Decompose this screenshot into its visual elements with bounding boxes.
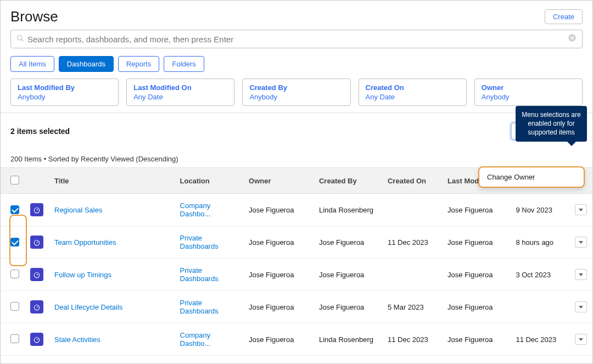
row-title[interactable]: Stale Activities [54,335,100,344]
row-checkbox[interactable] [10,334,19,343]
row-menu-button[interactable] [575,204,587,215]
row-last-modified-by: Jose Figueroa [442,323,510,356]
svg-line-12 [37,339,38,340]
row-checkbox[interactable] [10,270,19,278]
chevron-down-icon [579,306,583,309]
row-owner: Jose Figueroa [243,291,314,323]
filter-label: Last Modified By [18,83,111,92]
search-wrap [10,30,583,48]
search-row [1,30,592,56]
row-menu-button[interactable] [575,269,587,280]
row-owner: Jose Figueroa [243,194,314,226]
filter-label: Last Modified On [133,83,227,92]
svg-line-10 [37,306,38,307]
selection-bar: 2 items selected Manage items [1,113,592,147]
row-title[interactable]: Follow up Timings [54,271,111,279]
filter-value: Anybody [249,93,343,101]
table-row: Stale ActivitiesCompany Dashbo...Jose Fi… [1,323,592,356]
row-menu-button[interactable] [575,334,587,345]
filter-owner[interactable]: OwnerAnybody [474,79,583,106]
col-location[interactable]: Location [175,168,243,194]
header-row: Browse Create [1,1,592,30]
filter-created-by[interactable]: Created ByAnybody [242,79,350,106]
select-all-header [1,168,25,194]
filter-last-modified-by[interactable]: Last Modified ByAnybody [10,79,119,106]
row-last-modified-on [510,291,569,323]
items-table: Title Location Owner Created By Created … [1,167,592,356]
row-created-on: 11 Dec 2023 [382,323,442,356]
row-menu-button[interactable] [575,301,587,312]
filter-label: Created By [249,83,343,92]
change-owner-item[interactable]: Change Owner [487,173,576,181]
row-location[interactable]: Private Dashboards [180,299,219,315]
pill-all-items[interactable]: All Items [10,56,54,72]
row-last-modified-on: 9 Nov 2023 [510,194,569,226]
page-title: Browse [10,8,58,25]
table-row: Deal Lifecycle DetailsPrivate Dashboards… [1,291,592,323]
col-created-by[interactable]: Created By [314,168,382,194]
row-location[interactable]: Private Dashboards [180,266,219,283]
row-created-on [382,194,442,226]
search-input[interactable] [27,35,568,44]
col-created-on[interactable]: Created On [382,168,442,194]
table-row: Follow up TimingsPrivate DashboardsJose … [1,259,592,291]
dashboard-icon [30,333,43,346]
dashboard-icon [30,300,43,313]
row-last-modified-by: Jose Figueroa [442,226,510,259]
tooltip: Menu selections are enabled only for sup… [516,106,587,142]
row-checkbox[interactable] [10,205,19,214]
filter-value: Anybody [482,93,575,101]
row-location[interactable]: Company Dashbo... [180,201,211,218]
svg-line-6 [37,242,38,243]
chevron-down-icon [579,273,583,276]
row-created-by: Jose Figueroa [314,291,382,323]
dashboard-icon [30,268,43,281]
row-last-modified-by: Jose Figueroa [442,291,510,323]
row-title[interactable]: Regional Sales [54,206,102,214]
browse-page: Browse Create All ItemsDashboardsReports… [0,0,593,364]
pill-folders[interactable]: Folders [164,56,204,72]
filter-label: Created On [366,83,460,92]
row-owner: Jose Figueroa [243,259,314,291]
row-location[interactable]: Company Dashbo... [180,331,211,348]
table-row: Team OpportunitiesPrivate DashboardsJose… [1,226,592,259]
row-last-modified-on: 8 hours ago [510,226,569,259]
filter-value: Any Date [366,93,460,101]
row-created-on: 5 Mar 2023 [382,291,442,323]
svg-line-1 [21,39,24,41]
row-created-on [382,259,442,291]
search-icon [16,35,24,44]
svg-point-3 [34,208,39,213]
filter-created-on[interactable]: Created OnAny Date [359,79,467,106]
row-last-modified-on: 3 Oct 2023 [510,259,569,291]
filter-label: Owner [482,83,575,92]
col-title[interactable]: Title [49,168,175,194]
row-checkbox[interactable] [10,302,19,311]
row-menu-button[interactable] [575,237,587,248]
svg-line-8 [37,274,38,275]
row-created-on: 11 Dec 2023 [382,226,442,259]
chevron-down-icon [579,241,583,244]
row-created-by: Jose Figueroa [314,226,382,259]
table-row: Regional SalesCompany Dashbo...Jose Figu… [1,194,592,226]
filter-pills: All ItemsDashboardsReportsFolders [1,56,592,79]
select-all-checkbox[interactable] [10,176,19,184]
row-checkbox[interactable] [10,238,19,247]
pill-dashboards[interactable]: Dashboards [59,56,114,72]
svg-point-5 [34,240,39,245]
row-owner: Jose Figueroa [243,226,314,259]
clear-icon[interactable] [568,33,577,44]
col-owner[interactable]: Owner [243,168,314,194]
row-title[interactable]: Team Opportunities [54,238,116,247]
chevron-down-icon [579,209,583,211]
selection-count: 2 items selected [10,127,70,136]
dashboard-icon [30,203,43,216]
row-last-modified-by: Jose Figueroa [442,194,510,226]
row-title[interactable]: Deal Lifecycle Details [54,303,122,311]
row-location[interactable]: Private Dashboards [180,234,219,250]
pill-reports[interactable]: Reports [118,56,160,72]
dashboard-icon [30,236,43,249]
create-button[interactable]: Create [545,9,583,24]
filter-last-modified-on[interactable]: Last Modified OnAny Date [126,79,234,106]
icon-header [25,168,49,194]
